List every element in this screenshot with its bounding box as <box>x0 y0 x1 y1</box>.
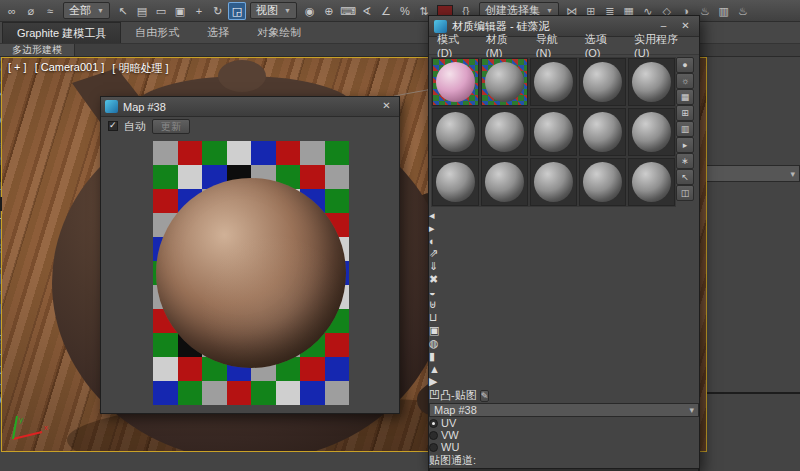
material-slot-11[interactable] <box>432 158 479 206</box>
ribbon-tab[interactable]: Graphite 建模工具 <box>2 22 121 43</box>
map-preview-dialog: Map #38 ✕ 自动 更新 <box>100 96 400 414</box>
video-color-check-icon[interactable]: ▥ <box>676 121 694 137</box>
material-slot-10[interactable] <box>628 108 675 156</box>
map-name-value: Map #38 <box>434 404 477 416</box>
material-slot-12[interactable] <box>481 158 528 206</box>
material-slot-5[interactable] <box>628 58 675 106</box>
material-sample-sphere <box>534 112 573 152</box>
autogrid-checkbox[interactable] <box>0 197 2 211</box>
pick-material-eyedropper-icon[interactable]: ✎ <box>480 390 490 402</box>
get-material-icon[interactable]: ◐ <box>429 235 699 247</box>
menu-item[interactable]: 导航(N) <box>536 32 572 59</box>
background-icon[interactable]: ▦ <box>676 89 694 105</box>
select-by-name-icon[interactable]: ▤ <box>133 2 151 20</box>
material-slot-14[interactable] <box>579 158 626 206</box>
percent-snap-icon[interactable]: % <box>396 2 414 20</box>
select-and-rotate-icon[interactable]: ↻ <box>209 2 227 20</box>
map-dialog-controls: 自动 更新 <box>101 117 399 135</box>
select-and-manipulate-icon[interactable]: ⊕ <box>320 2 338 20</box>
checker-cell <box>251 381 276 405</box>
viewport-general-menu[interactable]: [ + ] <box>8 61 27 76</box>
rectangular-selection-region-icon[interactable]: ▭ <box>152 2 170 20</box>
ribbon-tab[interactable]: 对象绘制 <box>243 22 315 43</box>
material-slot-6[interactable] <box>432 108 479 156</box>
ribbon-tab[interactable]: 自由形式 <box>121 22 193 43</box>
use-pivot-point-center-icon[interactable]: ◉ <box>301 2 319 20</box>
material-sample-sphere <box>534 62 573 102</box>
backlight-icon[interactable]: ☼ <box>676 73 694 89</box>
material-slot-9[interactable] <box>579 108 626 156</box>
show-end-result-icon[interactable]: ▮ <box>429 350 699 363</box>
checker-cell <box>300 141 325 165</box>
unlink-selection-icon[interactable]: ⌀ <box>22 2 40 20</box>
menu-item[interactable]: 实用程序(U) <box>634 32 691 59</box>
select-and-move-icon[interactable]: + <box>190 2 208 20</box>
put-to-library-icon[interactable]: ⊔ <box>429 311 699 324</box>
wu-radio[interactable]: WU <box>429 441 699 453</box>
make-unique-icon[interactable]: ⊎ <box>429 298 699 311</box>
material-slot-8[interactable] <box>530 108 577 156</box>
rendered-frame-window-icon[interactable]: ▥ <box>715 2 733 20</box>
menu-item[interactable]: 材质(M) <box>486 32 523 59</box>
reset-map-icon[interactable]: ✖ <box>429 273 699 286</box>
checker-cell <box>276 381 301 405</box>
show-shaded-material-in-viewport-icon[interactable]: ◍ <box>429 337 699 350</box>
snap-toggle-icon[interactable]: ∢ <box>358 2 376 20</box>
material-slot-13[interactable] <box>530 158 577 206</box>
close-icon[interactable]: ✕ <box>378 99 395 114</box>
checker-cell <box>276 141 301 165</box>
reference-coordinate-system-dropdown[interactable]: 视图▼ <box>250 2 297 19</box>
material-map-navigator-icon[interactable]: ◫ <box>676 185 694 201</box>
update-button[interactable]: 更新 <box>152 119 190 134</box>
viewport-shading-menu[interactable]: [ 明暗处理 ] <box>112 61 168 76</box>
map-dialog-titlebar[interactable]: Map #38 ✕ <box>101 97 399 117</box>
scroll-right-icon[interactable]: ▸ <box>429 222 435 234</box>
generate-preview-icon[interactable]: ▸ <box>676 137 694 153</box>
viewport-pov-menu[interactable]: [ Camera001 ] <box>35 61 105 76</box>
menu-item[interactable]: 模式(D) <box>437 32 473 59</box>
ribbon-tab[interactable]: 选择 <box>193 22 243 43</box>
go-forward-to-sibling-icon[interactable]: ▶ <box>429 375 699 388</box>
auto-update-checkbox[interactable] <box>108 121 118 131</box>
put-material-to-scene-icon[interactable]: ⇗ <box>429 247 699 260</box>
selection-filter-dropdown[interactable]: 全部▼ <box>63 2 110 19</box>
select-and-scale-icon[interactable]: ◲ <box>228 2 246 20</box>
checker-cell <box>325 357 350 381</box>
material-id-channel-icon[interactable]: ▣ <box>429 324 699 337</box>
select-object-icon[interactable]: ↖ <box>114 2 132 20</box>
bind-to-space-warp-icon[interactable]: ≈ <box>41 2 59 20</box>
material-editor-options-icon[interactable]: ∗ <box>676 153 694 169</box>
material-slot-2[interactable] <box>481 58 528 106</box>
material-slot-7[interactable] <box>481 108 528 156</box>
material-sample-sphere <box>436 162 475 202</box>
material-sample-sphere <box>485 162 524 202</box>
material-slot-15[interactable] <box>628 158 675 206</box>
render-production-icon[interactable]: ♨ <box>734 2 752 20</box>
sample-uv-tiling-icon[interactable]: ⊞ <box>676 105 694 121</box>
material-slot-1[interactable] <box>432 58 479 106</box>
uv-radio[interactable]: UV <box>429 417 699 429</box>
checker-cell <box>153 357 178 381</box>
map-name-dropdown[interactable]: Map #38 <box>429 403 699 417</box>
go-to-parent-icon[interactable]: ▲ <box>429 363 699 375</box>
scroll-left-icon[interactable]: ◂ <box>429 209 435 221</box>
assign-material-to-selection-icon[interactable]: ⇓ <box>429 260 699 273</box>
vw-radio[interactable]: VW <box>429 429 699 441</box>
sample-type-icon[interactable]: ● <box>676 57 694 73</box>
select-by-material-icon[interactable]: ↖ <box>676 169 694 185</box>
material-sample-sphere <box>534 162 573 202</box>
checker-cell <box>325 189 350 213</box>
tab-polygon-modeling[interactable]: 多边形建模 <box>0 44 75 56</box>
menu-item[interactable]: 选项(O) <box>585 32 621 59</box>
checker-cell <box>153 189 178 213</box>
keyboard-shortcut-override-icon[interactable]: ⌨ <box>339 2 357 20</box>
select-and-link-icon[interactable]: ∞ <box>3 2 21 20</box>
make-material-copy-icon[interactable]: ◒ <box>429 286 699 298</box>
viewport-label: [ + ] [ Camera001 ] [ 明暗处理 ] <box>8 61 169 76</box>
window-crossing-icon[interactable]: ▣ <box>171 2 189 20</box>
angle-snap-icon[interactable]: ∠ <box>377 2 395 20</box>
material-slot-4[interactable] <box>579 58 626 106</box>
map-channel-label: 贴图通道: <box>429 454 476 466</box>
material-slot-3[interactable] <box>530 58 577 106</box>
material-sample-sphere <box>436 112 475 152</box>
